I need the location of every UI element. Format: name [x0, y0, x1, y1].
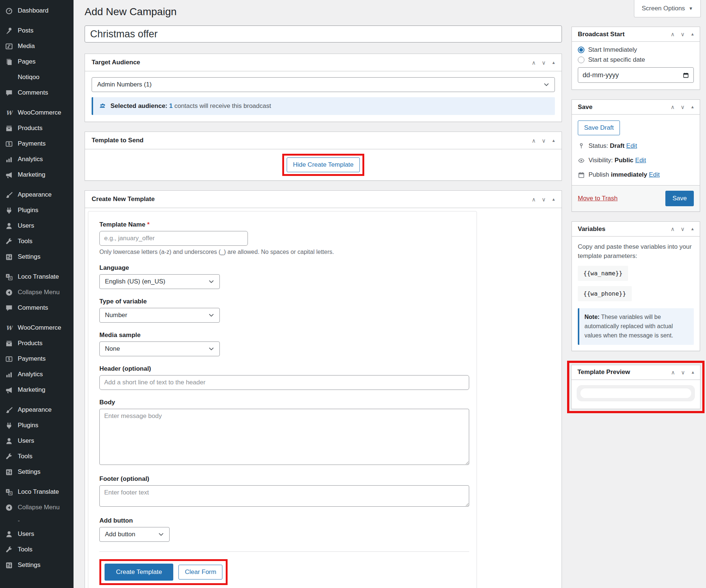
sidebar-item-marketing[interactable]: Marketing	[0, 382, 74, 398]
sidebar-item-products[interactable]: Products	[0, 336, 74, 351]
edit-status-link[interactable]: Edit	[626, 142, 637, 149]
move-panel-down-icon[interactable]: ∨	[681, 370, 685, 375]
sidebar-item-appearance[interactable]: Appearance	[0, 187, 74, 203]
sidebar-item-posts[interactable]: Posts	[0, 23, 74, 38]
template-name-input[interactable]	[99, 231, 248, 246]
edit-visibility-link[interactable]: Edit	[635, 157, 646, 164]
sidebar-item-loco-translate[interactable]: Loco Translate	[0, 269, 74, 285]
sidebar-item-woocommerce[interactable]: WooCommerce	[0, 105, 74, 120]
toggle-panel-icon[interactable]: ▲	[690, 32, 695, 36]
sidebar-item-plugins[interactable]: Plugins	[0, 418, 74, 433]
audience-select[interactable]: Admin Numbers (1)	[92, 77, 555, 92]
radio-unselected-icon[interactable]	[578, 57, 584, 63]
start-immediately-option[interactable]: Start Immediately	[578, 46, 694, 54]
sidebar-item-pages[interactable]: Pages	[0, 54, 74, 69]
calendar-icon[interactable]	[683, 72, 689, 78]
sidebar-item-collapse-menu[interactable]: Collapse Menu	[0, 500, 74, 515]
save-draft-button[interactable]: Save Draft	[578, 120, 620, 135]
move-panel-down-icon[interactable]: ∨	[681, 226, 685, 232]
toggle-panel-icon[interactable]: ▲	[690, 105, 695, 109]
sidebar-item-settings[interactable]: Settings	[0, 557, 74, 573]
move-panel-up-icon[interactable]: ∧	[671, 226, 675, 232]
toggle-panel-icon[interactable]: ▲	[552, 61, 556, 65]
sidebar-item-tools[interactable]: Tools	[0, 542, 74, 557]
edit-publish-link[interactable]: Edit	[649, 171, 660, 178]
sidebar-item-media[interactable]: Media	[0, 38, 74, 54]
posts-icon	[5, 27, 13, 35]
sidebar-item-settings[interactable]: Settings	[0, 249, 74, 265]
sidebar-item-payments[interactable]: Payments	[0, 351, 74, 367]
sidebar-item-notiqoo[interactable]: Notiqoo	[0, 69, 74, 85]
sidebar-item-plugins[interactable]: Plugins	[0, 203, 74, 218]
save-panel: Save ∧ ∨ ▲ Save Draft Status: Draft Edit	[572, 99, 700, 212]
toggle-panel-icon[interactable]: ▲	[691, 370, 695, 374]
variable-chip-wa-phone[interactable]: {{wa_phone}}	[578, 286, 632, 301]
move-panel-down-icon[interactable]: ∨	[542, 138, 546, 143]
sidebar-item-label: Users	[18, 530, 34, 538]
sidebar-item-tools[interactable]: Tools	[0, 449, 74, 464]
footer-textarea[interactable]	[99, 485, 469, 507]
sidebar-item-users[interactable]: Users	[0, 526, 74, 542]
broadcast-date-input[interactable]: dd-mm-yyyy	[578, 67, 694, 83]
move-panel-up-icon[interactable]: ∧	[532, 197, 536, 202]
start-specific-date-option[interactable]: Start at specific date	[578, 56, 694, 64]
variable-chip-wa-name[interactable]: {{wa_name}}	[578, 266, 628, 281]
header-input[interactable]	[99, 375, 469, 390]
create-template-button[interactable]: Create Template	[105, 564, 173, 581]
move-panel-up-icon[interactable]: ∧	[671, 370, 675, 375]
move-panel-down-icon[interactable]: ∨	[681, 104, 685, 110]
sidebar-item-loco-translate[interactable]: Loco Translate	[0, 484, 74, 500]
audience-select-value: Admin Numbers (1)	[97, 81, 151, 88]
sidebar-item-label: Users	[18, 222, 34, 230]
publish-row: Publish immediately Edit	[578, 171, 694, 179]
body-textarea[interactable]	[99, 409, 469, 465]
move-panel-down-icon[interactable]: ∨	[681, 31, 685, 37]
move-to-trash-link[interactable]: Move to Trash	[578, 195, 618, 202]
sidebar-item-marketing[interactable]: Marketing	[0, 167, 74, 183]
marketing-icon	[5, 171, 13, 179]
move-panel-up-icon[interactable]: ∧	[532, 138, 536, 143]
sidebar-item-comments[interactable]: Comments	[0, 300, 74, 316]
radio-selected-icon[interactable]	[578, 47, 584, 53]
sidebar-item-collapse-menu[interactable]: Collapse Menu	[0, 285, 74, 300]
woocommerce-icon	[5, 109, 13, 117]
move-panel-up-icon[interactable]: ∧	[532, 60, 536, 65]
screen-options-tab[interactable]: Screen Options ▼	[634, 0, 701, 17]
sidebar-item-analytics[interactable]: Analytics	[0, 367, 74, 382]
move-panel-down-icon[interactable]: ∨	[542, 197, 546, 202]
clear-form-button[interactable]: Clear Form	[178, 565, 222, 579]
sidebar-item-label: Posts	[18, 27, 34, 34]
language-select[interactable]: English (US) (en_US)	[99, 274, 220, 289]
template-preview-panel: Template Preview ∧ ∨ ▲	[571, 365, 700, 409]
sidebar-item-dashboard[interactable]: Dashboard	[0, 3, 74, 18]
sidebar-item-payments[interactable]: Payments	[0, 136, 74, 152]
sidebar-item-woocommerce[interactable]: WooCommerce	[0, 320, 74, 336]
key-icon	[578, 143, 585, 150]
sidebar-item-separator[interactable]: -	[0, 515, 74, 526]
sidebar-item-label: Tools	[18, 453, 33, 460]
toggle-panel-icon[interactable]: ▲	[552, 139, 556, 143]
move-panel-up-icon[interactable]: ∧	[671, 104, 675, 110]
type-of-variable-select[interactable]: Number	[99, 308, 220, 323]
hide-create-template-button[interactable]: Hide Create Template	[287, 157, 360, 172]
sidebar-item-users[interactable]: Users	[0, 218, 74, 234]
preview-placeholder-pill	[580, 388, 691, 398]
sidebar-item-comments[interactable]: Comments	[0, 85, 74, 101]
status-label: Status:	[589, 142, 608, 149]
add-button-select[interactable]: Add button	[99, 527, 170, 542]
sidebar-item-label: Plugins	[18, 422, 38, 429]
campaign-title-input[interactable]	[85, 26, 562, 43]
save-button[interactable]: Save	[665, 191, 694, 206]
sidebar-item-analytics[interactable]: Analytics	[0, 152, 74, 167]
move-panel-down-icon[interactable]: ∨	[542, 60, 546, 65]
sidebar-item-products[interactable]: Products	[0, 120, 74, 136]
toggle-panel-icon[interactable]: ▲	[552, 197, 556, 201]
media-sample-select[interactable]: None	[99, 341, 220, 356]
move-panel-up-icon[interactable]: ∧	[671, 31, 675, 37]
sidebar-item-tools[interactable]: Tools	[0, 234, 74, 249]
toggle-panel-icon[interactable]: ▲	[690, 227, 695, 231]
sidebar-item-appearance[interactable]: Appearance	[0, 402, 74, 418]
sidebar-item-label: Notiqoo	[18, 74, 40, 81]
sidebar-item-users[interactable]: Users	[0, 433, 74, 449]
sidebar-item-settings[interactable]: Settings	[0, 464, 74, 480]
